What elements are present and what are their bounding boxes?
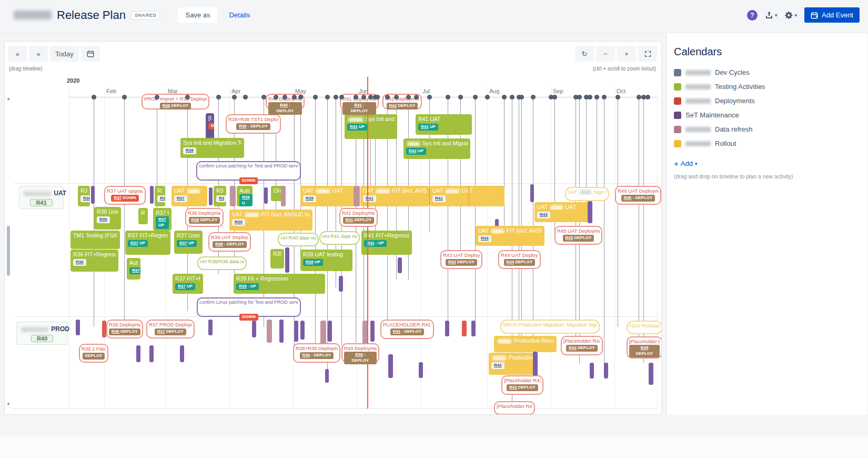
timeline-bar-maintenance[interactable] (252, 321, 256, 337)
scroll-right-button[interactable]: » (29, 46, 48, 62)
date-picker-button[interactable] (81, 46, 100, 62)
timeline-bar-maintenance[interactable] (285, 247, 289, 273)
timeline-bar-maintenance[interactable] (209, 187, 213, 205)
event-g[interactable]: [GD (206, 113, 214, 142)
event-r44-uat-deployment[interactable]: R44 UAT DeploymentR44 DEPLOY (498, 250, 541, 269)
event-r37[interactable]: R37R37 (155, 186, 165, 206)
calendar-color-checkbox[interactable] (674, 140, 681, 147)
calendar-color-checkbox[interactable] (674, 69, 681, 76)
calendar-color-checkbox[interactable] (674, 97, 681, 105)
calendar-item-data-refresh[interactable]: Data refresh (674, 122, 867, 136)
timeline-bar-deployment[interactable] (102, 321, 106, 337)
event-ah-r38-r39-data-ready[interactable]: AH R38/R39 data ready (197, 256, 247, 270)
calendar-item-testing-activities[interactable]: Testing Activities (674, 79, 867, 94)
event-auton[interactable]: AutonR37 (127, 258, 140, 280)
calendar-color-checkbox[interactable] (674, 126, 681, 133)
timeline-bar-maintenance[interactable] (279, 320, 284, 343)
timeline-canvas[interactable]: 2020FebMarAprMayJunJulAugSepOctPROD Impo… (5, 42, 661, 414)
add-event-button[interactable]: Add Event (804, 7, 860, 23)
event-uat-sign-off[interactable]: UAT Sign Off (565, 187, 609, 201)
event-r39[interactable]: R39 (270, 249, 284, 268)
timeline-bar-maintenance[interactable] (419, 362, 423, 378)
timeline-bar-maintenance[interactable] (533, 352, 538, 376)
event-r45-uat-deployment[interactable]: R45 UAT DeploymentR45 DEPLOY (554, 226, 602, 245)
event-confirm-linux-patching-for-test-and-prod[interactable]: confirm Linux patching for Test and PROD… (196, 161, 301, 181)
event-uat[interactable]: UAT R37 (171, 186, 207, 206)
event-ah-r41-data-ready[interactable]: AH R41 data ready (319, 231, 360, 245)
timeline-bar-maintenance[interactable] (604, 363, 608, 379)
event-placeholder-r44[interactable]: [Placeholder R44]R44 DEPLOY (561, 336, 603, 355)
event-r37-us[interactable]: R37 UsR37 UP (153, 208, 171, 231)
timeline-bar-maintenance[interactable] (300, 321, 305, 340)
timeline-bar-maintenance[interactable] (180, 345, 184, 362)
calendar-item-dev-cycles[interactable]: Dev Cycles (674, 65, 867, 79)
details-link[interactable]: Details (229, 11, 250, 19)
zoom-in-button[interactable]: + (617, 46, 636, 62)
timeline-bar-maintenance[interactable] (370, 321, 375, 342)
event-r39-fit-regression[interactable]: R39 Fit + RegressionR39 - UP (234, 274, 325, 294)
timeline-bar-maintenance[interactable] (136, 345, 140, 362)
event-prod-import-r38-deployment[interactable]: PROD Import + R38 DeploymentR38 DEPLOY (142, 94, 209, 109)
event-r43-uat-deployment[interactable]: R43 UAT DeploymentR43 DEPLOY (440, 250, 482, 269)
today-button[interactable]: Today (50, 46, 79, 62)
timeline-bar-maintenance[interactable] (398, 257, 402, 273)
event-placeholder-r43[interactable]: [Placeholder R43]R43 DEPLOY (501, 375, 543, 395)
event-r40-deployment[interactable]: R40 DeploymentR40 - DEPLOY (341, 343, 379, 363)
event-r35-1-patch[interactable]: R35.1 PatchDEPLOY (79, 344, 108, 363)
event-confirm-linux-patching-for-test-and-prod[interactable]: confirm Linux patching for Test and PROD… (197, 297, 301, 317)
event-r38-r39-deployment[interactable]: R38+R39 DeploymentR39 - DEPLOY (293, 343, 340, 363)
event-sys-init-and-migration-testing[interactable]: Sys Init and Migration TestingR38 (180, 138, 244, 158)
event-r36-user-a[interactable]: R36 User AR36 (94, 207, 121, 230)
scroll-down-icon[interactable]: ▼ (6, 402, 11, 406)
timeline-bar-data-refresh[interactable] (267, 320, 272, 343)
event-uat-fit-incl-ahsuc-load[interactable]: UAT FIT (incl. AHSUC load - R41 (360, 186, 429, 206)
settings-menu-button[interactable]: ▾ (784, 11, 797, 19)
fullscreen-button[interactable] (638, 46, 657, 62)
timeline-bar-maintenance[interactable] (339, 276, 343, 292)
timeline-bar-maintenance[interactable] (149, 345, 154, 362)
timeline-bar-data-refresh[interactable] (354, 186, 360, 206)
save-as-button[interactable]: Save as (178, 7, 217, 23)
timeline-bar-maintenance[interactable] (471, 321, 476, 336)
row-label-uat[interactable]: UATR41 (19, 186, 64, 209)
add-calendar-button[interactable]: + Add ▾ (674, 159, 867, 168)
calendar-color-checkbox[interactable] (674, 83, 681, 91)
timeline-bar-maintenance[interactable] (76, 320, 80, 335)
event-r36[interactable]: R36R36 (78, 186, 90, 206)
event-placeholder-r4[interactable]: [Placeholder R4R45 DEPLOY (627, 336, 661, 359)
event-r37-user-acce[interactable]: R37 User AcceR37 UP (174, 231, 203, 254)
timeline-bar-deployment[interactable] (462, 321, 467, 336)
event-tm1-testing-fsic-jan[interactable]: TM1 Testing (FSIC): Jan (70, 231, 120, 249)
event-r38-deployment[interactable]: R38 DeploymentR38 DEPLOY (185, 208, 224, 227)
timeline-bar-maintenance[interactable] (530, 184, 534, 202)
scroll-left-button[interactable]: « (8, 46, 27, 62)
event-uat-fit-incl-ahsuc-load[interactable]: UAT FIT (incl. AHSUC load)...R39 (229, 210, 312, 231)
row-label-prod[interactable]: PRODR40 (16, 322, 68, 345)
event-r39-uat-deployment[interactable]: R39 UAT DeploymentR39 - DEPLOY (208, 232, 251, 252)
timeline-bar-data-refresh[interactable] (230, 186, 236, 206)
event-sys-init-and-migrat[interactable]: Sys Init and MigratR41 UP (345, 114, 397, 139)
timeline-bar-maintenance[interactable] (208, 320, 213, 335)
calendar-item-set-maintenance[interactable]: SeT Maintenance (674, 108, 867, 122)
event-fdsi-release-1[interactable]: FDSI Release 1 (627, 321, 661, 334)
timeline-bar-maintenance[interactable] (649, 363, 653, 385)
event-placeholder-r42[interactable]: [Placeholder R42] (494, 401, 535, 414)
event-uat-uat[interactable]: UAT UATR39 (300, 186, 355, 206)
timeline-bar-maintenance[interactable] (388, 354, 393, 378)
event-uat-uat[interactable]: UAT UATR41 (430, 186, 504, 206)
event-r38[interactable]: R38R3 (214, 186, 226, 206)
calendar-item-rollout[interactable]: Rollout (674, 136, 867, 151)
vertical-scrollbar-thumb[interactable] (7, 226, 10, 276)
event-r41-uat[interactable]: R41 UATR41 UP (416, 114, 472, 135)
timeline-bar-maintenance[interactable] (325, 369, 329, 383)
export-menu-button[interactable]: ▾ (765, 11, 778, 19)
event-r36-fit-regression[interactable]: R36 FIT+RegressionR36 (70, 250, 118, 272)
timeline-bar-data-refresh[interactable] (281, 186, 286, 206)
event-r3[interactable]: R3 (138, 208, 148, 224)
event-r38-r39-tst1-deployment[interactable]: R38+R39 TST1 DeploymentR39 - DEPLOY (226, 114, 281, 134)
timeline-bar-maintenance[interactable] (91, 186, 95, 204)
event-auto[interactable]: AutoR39 U (237, 186, 253, 206)
event-ah-r40-data-ready[interactable]: AH R40 data ready (278, 233, 319, 246)
event-r37-prod-deployment[interactable]: R37 PROD DeploymentR37 DEPLOY (146, 320, 195, 338)
event-sys-init-and-migration-test[interactable]: Sys Init and Migration TestR42 UP (403, 138, 470, 159)
